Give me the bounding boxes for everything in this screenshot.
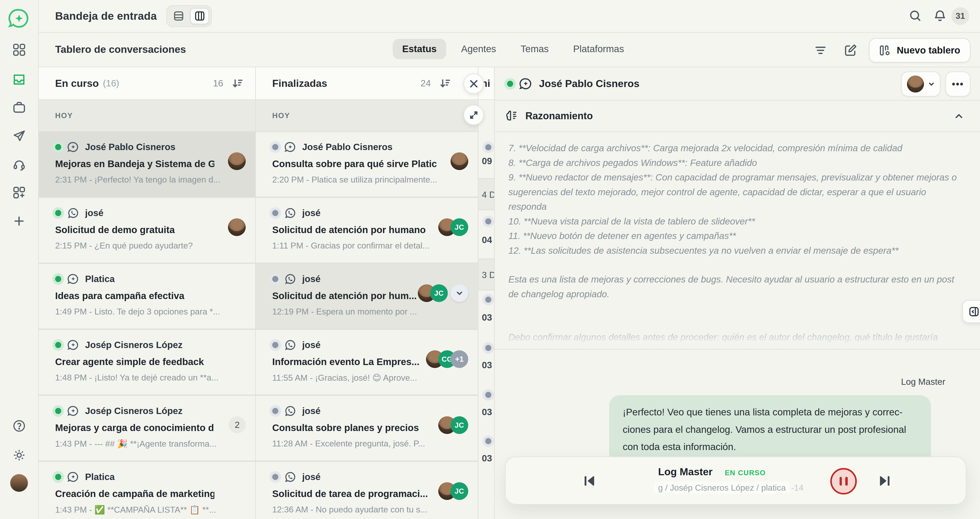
conversation-card[interactable]: josé Solicitud de atención por humano 1:… — [256, 198, 478, 264]
card-title: Mejoras y carga de conocimiento d... — [55, 422, 215, 433]
dashboard-icon[interactable] — [7, 37, 31, 62]
page-title: Bandeja de entrada — [55, 10, 157, 22]
card-title: Ideas para campaña efectiva — [55, 290, 215, 302]
tab-estatus[interactable]: Estatus — [393, 39, 446, 59]
assignee-dropdown[interactable] — [901, 71, 940, 97]
card-date-fragment: 03 — [482, 453, 492, 463]
conversation-card[interactable]: José Pablo Cisneros Mejoras en Bandeja y… — [39, 132, 255, 198]
avatar — [450, 152, 468, 170]
reasoning-title: Razonamiento — [525, 110, 593, 122]
card-preview: 1:48 PM - ¡Listo! Ya te dejé creado un *… — [55, 373, 242, 383]
status-dot-gray — [272, 474, 278, 480]
conversation-card[interactable]: Josép Cisneros López Crear agente simple… — [39, 330, 255, 396]
column-header-finalizadas: Finalizadas 24 — [256, 67, 478, 100]
card-preview: 2:15 PM - ¿En qué puedo ayudarte? — [55, 241, 242, 251]
status-dot-gray — [485, 438, 492, 444]
close-column-button[interactable] — [463, 73, 484, 94]
settings-gear-icon[interactable] — [7, 443, 31, 467]
conversation-card[interactable]: josé Solicitud de demo gratuita 2:15 PM … — [39, 198, 255, 264]
tab-plataformas[interactable]: Plataformas — [564, 39, 633, 59]
conversation-card[interactable]: josé Solicitud de atención por hum... 12… — [256, 264, 478, 330]
skip-forward-icon[interactable] — [877, 473, 892, 488]
conversation-card[interactable]: Platica Ideas para campaña efectiva 1:49… — [39, 264, 255, 330]
nav-sidebar — [0, 0, 39, 519]
compose-icon[interactable] — [839, 39, 862, 62]
card-contact-name: José Pablo Cisneros — [85, 142, 175, 152]
status-dot-green — [55, 342, 61, 348]
collapse-chevron-up-icon[interactable] — [954, 111, 964, 121]
card-title: Crear agente simple de feedback — [55, 356, 215, 367]
conversation-card[interactable]: Josép Cisneros López Mejoras y carga de … — [39, 396, 255, 462]
whatsapp-channel-icon — [285, 339, 296, 351]
expand-column-button[interactable] — [463, 105, 484, 125]
reasoning-body[interactable]: 7. **Velocidad de carga archivos**: Carg… — [495, 132, 980, 350]
inbox-icon[interactable] — [7, 67, 31, 92]
column-partial[interactable]: ni 09 4 D 04 3 D 03 03 03 03 — [479, 67, 495, 519]
chevron-down-icon — [928, 81, 935, 87]
skip-back-icon[interactable] — [582, 473, 597, 488]
conversation-card[interactable]: josé Solicitud de tarea de programaci...… — [256, 462, 478, 519]
platica-channel-icon — [67, 339, 79, 351]
status-dot-green — [55, 474, 61, 480]
list-view-icon[interactable] — [169, 8, 188, 24]
platica-channel-icon — [519, 77, 532, 90]
new-board-button[interactable]: Nuevo tablero — [869, 38, 970, 63]
card-contact-name: Platica — [85, 471, 115, 482]
card-title: Consulta sobre para qué sirve Platica — [272, 159, 437, 169]
card-title: Solicitud de atención por humano — [272, 224, 437, 235]
agent-name-label: Log Master — [901, 377, 945, 387]
more-options-button[interactable]: ••• — [945, 71, 970, 97]
agent-avatar — [941, 371, 966, 397]
agent-message-bubble: ¡Perfecto! Veo que tienes una lista comp… — [609, 395, 931, 463]
notification-count-badge[interactable]: 31 — [951, 7, 969, 25]
agent-avatar-initials: JC — [450, 218, 468, 236]
conversation-card[interactable]: José Pablo Cisneros Consulta sobre para … — [256, 132, 478, 198]
status-dot-green — [55, 210, 61, 216]
kanban-gear-icon — [879, 44, 891, 56]
campaigns-send-icon[interactable] — [7, 124, 31, 148]
group-label-hoy: HOY — [39, 100, 255, 132]
platica-channel-icon — [67, 141, 79, 153]
status-dot-gray — [272, 144, 278, 150]
sort-icon[interactable] — [231, 78, 243, 89]
unread-count-badge: 2 — [229, 416, 246, 433]
whatsapp-channel-icon — [67, 207, 79, 219]
agent-run-path: g / Josép Cisneros López / platica-14 — [654, 483, 803, 493]
briefcase-icon[interactable] — [7, 95, 31, 120]
board-tabs: Estatus Agentes Temas Plataformas — [393, 39, 633, 59]
app-logo-icon[interactable] — [7, 6, 31, 31]
help-icon[interactable] — [7, 414, 31, 438]
inbox-app: Bandeja de entrada 31 Tablero de convers… — [0, 0, 980, 519]
avatar — [228, 218, 246, 236]
card-contact-name: josé — [302, 274, 321, 284]
notifications-bell-icon[interactable] — [930, 6, 950, 26]
filter-icon[interactable] — [809, 39, 832, 62]
sort-icon[interactable] — [439, 78, 450, 89]
reasoning-line: 8. **Carga de archivos pegados Windows**… — [508, 156, 962, 170]
reasoning-icon — [505, 109, 519, 123]
agents-headset-icon[interactable] — [7, 152, 31, 177]
pause-button[interactable] — [830, 468, 857, 495]
add-plus-icon[interactable] — [7, 209, 31, 233]
open-side-panel-button[interactable] — [962, 300, 980, 323]
conversation-card[interactable]: Platica Creación de campaña de marketing… — [39, 462, 255, 519]
board-view-icon[interactable] — [190, 8, 209, 24]
column-en-curso: En curso (16) 16 HOY José Pablo Cisneros… — [39, 67, 256, 519]
group-band-fragment: 4 D — [479, 178, 494, 210]
tab-temas[interactable]: Temas — [511, 39, 558, 59]
reasoning-header[interactable]: Razonamiento — [495, 101, 980, 132]
conversation-card[interactable]: josé Información evento La Empres... 11:… — [256, 330, 478, 396]
chevron-down-icon[interactable] — [450, 284, 468, 302]
apps-blocks-icon[interactable] — [7, 180, 31, 205]
search-icon[interactable] — [905, 6, 926, 26]
status-dot-gray — [272, 210, 278, 216]
conversation-card[interactable]: josé Consulta sobre planes y precios 11:… — [256, 396, 478, 462]
top-bar: Bandeja de entrada 31 — [39, 0, 980, 33]
tab-agentes[interactable]: Agentes — [452, 39, 506, 59]
user-avatar[interactable] — [7, 471, 31, 495]
platica-channel-icon — [67, 273, 79, 285]
group-label-hoy: HOY — [256, 100, 478, 132]
group-band-fragment: 3 D — [479, 259, 494, 290]
agent-avatar-initials: JC — [430, 284, 448, 302]
status-dot-gray — [272, 408, 278, 414]
